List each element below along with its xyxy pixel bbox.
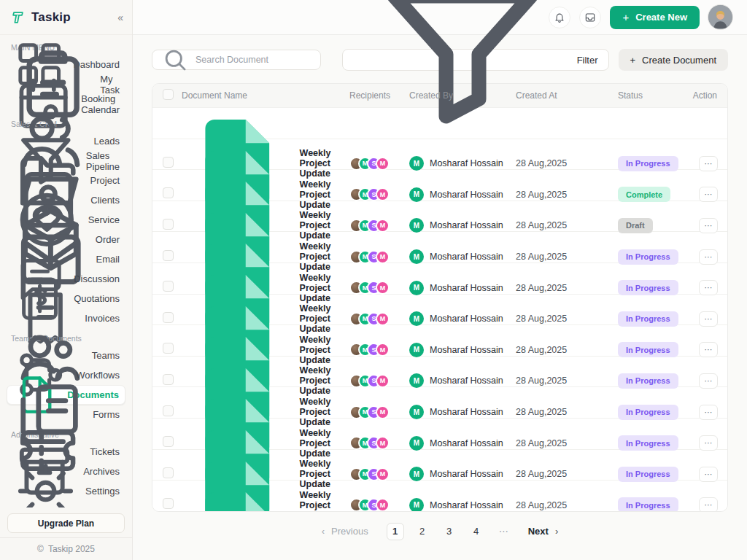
previous-page-button[interactable]: ‹ Previous [317, 525, 373, 537]
recipient-avatar: M [376, 498, 390, 511]
recipients-stack: MSM [349, 281, 409, 295]
row-checkbox[interactable] [163, 312, 174, 323]
chevron-right-icon: › [555, 526, 558, 537]
row-actions-button[interactable]: ⋯ [699, 405, 718, 420]
created-by-cell: MMosharaf Hossain [409, 187, 516, 202]
row-checkbox[interactable] [163, 187, 174, 198]
created-by-cell: MMosharaf Hossain [409, 436, 516, 451]
row-actions-button[interactable]: ⋯ [699, 311, 718, 327]
created-at: 28 Aug,2025 [516, 252, 618, 262]
page-button-1[interactable]: 1 [387, 523, 404, 540]
row-checkbox[interactable] [163, 374, 174, 385]
sidebar-item-label: Clients [90, 195, 120, 206]
row-checkbox[interactable] [163, 343, 174, 354]
chevron-left-icon: ‹ [322, 526, 325, 537]
row-actions-button[interactable]: ⋯ [699, 497, 718, 511]
sidebar-collapse-button[interactable]: « [117, 12, 123, 23]
row-checkbox[interactable] [163, 250, 174, 261]
created-at: 28 Aug,2025 [516, 438, 618, 448]
row-actions-button[interactable]: ⋯ [699, 373, 718, 389]
sidebar-item-label: Leads [94, 136, 120, 147]
created-by-name: Mosharaf Hossain [430, 252, 503, 262]
created-by-cell: MMosharaf Hossain [409, 218, 516, 233]
upgrade-plan-button[interactable]: Upgrade Plan [7, 513, 125, 533]
row-checkbox[interactable] [163, 498, 174, 509]
recipient-avatar: M [376, 405, 390, 419]
status-badge: In Progress [618, 311, 678, 327]
copyright-icon: © [37, 544, 44, 554]
recipient-avatar: M [376, 219, 390, 233]
page-button-2[interactable]: 2 [414, 523, 431, 540]
created-by-cell: MMosharaf Hossain [409, 156, 516, 171]
row-actions-button[interactable]: ⋯ [699, 342, 718, 357]
filter-label: Filter [577, 55, 598, 66]
status-badge: In Progress [618, 249, 678, 265]
created-by-avatar: M [409, 498, 424, 512]
created-by-cell: MMosharaf Hossain [409, 498, 516, 512]
document-name-cell[interactable]: Weekly Project Update [182, 481, 349, 512]
row-checkbox[interactable] [163, 436, 174, 447]
created-by-name: Mosharaf Hossain [430, 500, 503, 510]
row-actions-button[interactable]: ⋯ [699, 249, 718, 265]
brand-logo: Taskip [10, 9, 71, 26]
sidebar-item-settings[interactable]: Settings [7, 481, 125, 501]
recipients-stack: MSM [349, 219, 409, 233]
inbox-button[interactable] [579, 7, 601, 28]
col-header-action: Action [686, 90, 727, 101]
created-by-avatar: M [409, 343, 424, 357]
search-icon [160, 44, 190, 75]
page-button-3[interactable]: 3 [441, 523, 458, 540]
brand-name: Taskip [31, 10, 71, 25]
recipients-stack: MSM [349, 250, 409, 264]
create-new-label: Create New [635, 12, 687, 23]
select-all-checkbox[interactable] [163, 89, 174, 100]
previous-label: Previous [331, 526, 368, 537]
sidebar-item-label: Project [90, 175, 120, 186]
row-checkbox[interactable] [163, 157, 174, 168]
sidebar-item-label: Settings [85, 486, 120, 497]
user-avatar[interactable] [708, 5, 732, 29]
sidebar-item-label: Archives [83, 466, 120, 477]
status-badge: In Progress [618, 156, 678, 171]
row-checkbox[interactable] [163, 467, 174, 478]
recipients-stack: MSM [349, 343, 409, 357]
row-checkbox[interactable] [163, 281, 174, 292]
sidebar-item-label: My Task [100, 74, 120, 96]
created-by-avatar: M [409, 218, 424, 233]
row-checkbox[interactable] [163, 219, 174, 230]
create-new-button[interactable]: + Create New [610, 6, 700, 29]
created-by-cell: MMosharaf Hossain [409, 281, 516, 295]
created-at: 28 Aug,2025 [516, 314, 618, 324]
search-input[interactable] [196, 55, 313, 65]
sidebar-header: Taskip « [0, 0, 132, 35]
pagination-ellipsis: ⋯ [499, 526, 510, 537]
sidebar-item-label: Invoices [85, 313, 120, 324]
row-actions-button[interactable]: ⋯ [699, 467, 718, 482]
footer-text: Taskip 2025 [48, 544, 95, 554]
created-at: 28 Aug,2025 [516, 220, 618, 230]
recipients-stack: MSM [349, 405, 409, 419]
row-actions-button[interactable]: ⋯ [699, 156, 718, 171]
filter-icon [353, 0, 572, 169]
page-button-4[interactable]: 4 [468, 523, 485, 540]
recipient-avatar: M [376, 281, 390, 295]
recipient-avatar: M [376, 157, 390, 171]
created-by-cell: MMosharaf Hossain [409, 249, 516, 264]
row-actions-button[interactable]: ⋯ [699, 435, 718, 451]
row-actions-button[interactable]: ⋯ [699, 187, 718, 202]
created-by-name: Mosharaf Hossain [430, 158, 503, 168]
create-document-label: Create Document [642, 55, 716, 66]
created-at: 28 Aug,2025 [516, 500, 618, 510]
create-document-button[interactable]: + Create Document [619, 49, 728, 71]
recipient-avatar: M [376, 343, 390, 357]
created-by-name: Mosharaf Hossain [430, 376, 503, 386]
filter-button[interactable]: Filter [342, 49, 609, 71]
created-at: 28 Aug,2025 [516, 158, 618, 168]
row-actions-button[interactable]: ⋯ [699, 218, 718, 233]
row-checkbox[interactable] [163, 405, 174, 416]
row-actions-button[interactable]: ⋯ [699, 280, 718, 295]
created-by-name: Mosharaf Hossain [430, 190, 503, 200]
created-by-cell: MMosharaf Hossain [409, 467, 516, 481]
next-page-button[interactable]: Next › [524, 525, 563, 537]
created-by-cell: MMosharaf Hossain [409, 343, 516, 357]
